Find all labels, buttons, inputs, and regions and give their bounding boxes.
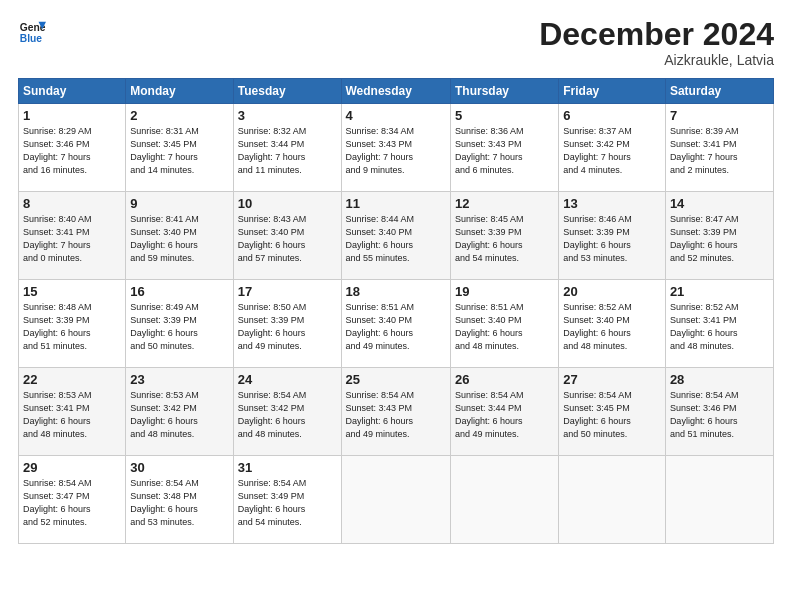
day-number: 27 (563, 372, 661, 387)
day-info: Sunrise: 8:54 AM Sunset: 3:46 PM Dayligh… (670, 389, 769, 441)
day-info: Sunrise: 8:50 AM Sunset: 3:39 PM Dayligh… (238, 301, 337, 353)
day-info: Sunrise: 8:32 AM Sunset: 3:44 PM Dayligh… (238, 125, 337, 177)
day-info: Sunrise: 8:54 AM Sunset: 3:49 PM Dayligh… (238, 477, 337, 529)
calendar-cell: 14Sunrise: 8:47 AM Sunset: 3:39 PM Dayli… (665, 192, 773, 280)
day-info: Sunrise: 8:52 AM Sunset: 3:41 PM Dayligh… (670, 301, 769, 353)
day-number: 25 (346, 372, 446, 387)
day-number: 1 (23, 108, 121, 123)
calendar-cell (450, 456, 558, 544)
day-number: 7 (670, 108, 769, 123)
calendar-cell: 2Sunrise: 8:31 AM Sunset: 3:45 PM Daylig… (126, 104, 233, 192)
col-header-saturday: Saturday (665, 79, 773, 104)
calendar-cell (341, 456, 450, 544)
day-number: 18 (346, 284, 446, 299)
col-header-friday: Friday (559, 79, 666, 104)
title-area: December 2024 Aizkraukle, Latvia (539, 18, 774, 68)
day-number: 26 (455, 372, 554, 387)
day-number: 22 (23, 372, 121, 387)
calendar-cell: 13Sunrise: 8:46 AM Sunset: 3:39 PM Dayli… (559, 192, 666, 280)
col-header-wednesday: Wednesday (341, 79, 450, 104)
day-info: Sunrise: 8:54 AM Sunset: 3:47 PM Dayligh… (23, 477, 121, 529)
day-info: Sunrise: 8:52 AM Sunset: 3:40 PM Dayligh… (563, 301, 661, 353)
calendar-cell: 4Sunrise: 8:34 AM Sunset: 3:43 PM Daylig… (341, 104, 450, 192)
calendar-cell: 28Sunrise: 8:54 AM Sunset: 3:46 PM Dayli… (665, 368, 773, 456)
calendar-cell: 15Sunrise: 8:48 AM Sunset: 3:39 PM Dayli… (19, 280, 126, 368)
calendar-cell: 20Sunrise: 8:52 AM Sunset: 3:40 PM Dayli… (559, 280, 666, 368)
day-info: Sunrise: 8:54 AM Sunset: 3:44 PM Dayligh… (455, 389, 554, 441)
month-title: December 2024 (539, 18, 774, 50)
day-number: 23 (130, 372, 228, 387)
day-number: 4 (346, 108, 446, 123)
calendar-cell: 10Sunrise: 8:43 AM Sunset: 3:40 PM Dayli… (233, 192, 341, 280)
day-info: Sunrise: 8:53 AM Sunset: 3:42 PM Dayligh… (130, 389, 228, 441)
day-info: Sunrise: 8:44 AM Sunset: 3:40 PM Dayligh… (346, 213, 446, 265)
day-number: 2 (130, 108, 228, 123)
day-info: Sunrise: 8:43 AM Sunset: 3:40 PM Dayligh… (238, 213, 337, 265)
day-number: 11 (346, 196, 446, 211)
day-number: 3 (238, 108, 337, 123)
day-number: 19 (455, 284, 554, 299)
logo-icon: General Blue (18, 18, 46, 46)
location-subtitle: Aizkraukle, Latvia (539, 52, 774, 68)
day-info: Sunrise: 8:48 AM Sunset: 3:39 PM Dayligh… (23, 301, 121, 353)
day-number: 31 (238, 460, 337, 475)
day-info: Sunrise: 8:47 AM Sunset: 3:39 PM Dayligh… (670, 213, 769, 265)
calendar-week-row: 8Sunrise: 8:40 AM Sunset: 3:41 PM Daylig… (19, 192, 774, 280)
calendar-cell: 7Sunrise: 8:39 AM Sunset: 3:41 PM Daylig… (665, 104, 773, 192)
day-info: Sunrise: 8:53 AM Sunset: 3:41 PM Dayligh… (23, 389, 121, 441)
day-number: 20 (563, 284, 661, 299)
calendar-week-row: 1Sunrise: 8:29 AM Sunset: 3:46 PM Daylig… (19, 104, 774, 192)
calendar-cell: 26Sunrise: 8:54 AM Sunset: 3:44 PM Dayli… (450, 368, 558, 456)
day-number: 17 (238, 284, 337, 299)
calendar-cell: 23Sunrise: 8:53 AM Sunset: 3:42 PM Dayli… (126, 368, 233, 456)
svg-text:Blue: Blue (20, 33, 43, 44)
col-header-tuesday: Tuesday (233, 79, 341, 104)
calendar-cell: 11Sunrise: 8:44 AM Sunset: 3:40 PM Dayli… (341, 192, 450, 280)
calendar-cell (559, 456, 666, 544)
day-info: Sunrise: 8:40 AM Sunset: 3:41 PM Dayligh… (23, 213, 121, 265)
calendar-cell: 31Sunrise: 8:54 AM Sunset: 3:49 PM Dayli… (233, 456, 341, 544)
day-info: Sunrise: 8:45 AM Sunset: 3:39 PM Dayligh… (455, 213, 554, 265)
calendar-header-row: SundayMondayTuesdayWednesdayThursdayFrid… (19, 79, 774, 104)
calendar-cell: 1Sunrise: 8:29 AM Sunset: 3:46 PM Daylig… (19, 104, 126, 192)
calendar-cell: 22Sunrise: 8:53 AM Sunset: 3:41 PM Dayli… (19, 368, 126, 456)
day-info: Sunrise: 8:34 AM Sunset: 3:43 PM Dayligh… (346, 125, 446, 177)
calendar-cell: 24Sunrise: 8:54 AM Sunset: 3:42 PM Dayli… (233, 368, 341, 456)
calendar-body: 1Sunrise: 8:29 AM Sunset: 3:46 PM Daylig… (19, 104, 774, 544)
day-info: Sunrise: 8:31 AM Sunset: 3:45 PM Dayligh… (130, 125, 228, 177)
day-number: 21 (670, 284, 769, 299)
calendar-cell: 29Sunrise: 8:54 AM Sunset: 3:47 PM Dayli… (19, 456, 126, 544)
col-header-sunday: Sunday (19, 79, 126, 104)
day-info: Sunrise: 8:36 AM Sunset: 3:43 PM Dayligh… (455, 125, 554, 177)
day-info: Sunrise: 8:54 AM Sunset: 3:48 PM Dayligh… (130, 477, 228, 529)
calendar-cell: 25Sunrise: 8:54 AM Sunset: 3:43 PM Dayli… (341, 368, 450, 456)
calendar-cell (665, 456, 773, 544)
day-number: 28 (670, 372, 769, 387)
calendar-cell: 19Sunrise: 8:51 AM Sunset: 3:40 PM Dayli… (450, 280, 558, 368)
calendar-cell: 17Sunrise: 8:50 AM Sunset: 3:39 PM Dayli… (233, 280, 341, 368)
calendar-cell: 3Sunrise: 8:32 AM Sunset: 3:44 PM Daylig… (233, 104, 341, 192)
day-info: Sunrise: 8:39 AM Sunset: 3:41 PM Dayligh… (670, 125, 769, 177)
page-header: General Blue December 2024 Aizkraukle, L… (18, 18, 774, 68)
calendar-week-row: 29Sunrise: 8:54 AM Sunset: 3:47 PM Dayli… (19, 456, 774, 544)
day-info: Sunrise: 8:49 AM Sunset: 3:39 PM Dayligh… (130, 301, 228, 353)
day-info: Sunrise: 8:46 AM Sunset: 3:39 PM Dayligh… (563, 213, 661, 265)
calendar-week-row: 15Sunrise: 8:48 AM Sunset: 3:39 PM Dayli… (19, 280, 774, 368)
day-info: Sunrise: 8:51 AM Sunset: 3:40 PM Dayligh… (455, 301, 554, 353)
calendar-week-row: 22Sunrise: 8:53 AM Sunset: 3:41 PM Dayli… (19, 368, 774, 456)
day-number: 16 (130, 284, 228, 299)
day-number: 9 (130, 196, 228, 211)
calendar-cell: 9Sunrise: 8:41 AM Sunset: 3:40 PM Daylig… (126, 192, 233, 280)
day-info: Sunrise: 8:54 AM Sunset: 3:43 PM Dayligh… (346, 389, 446, 441)
day-number: 14 (670, 196, 769, 211)
calendar-cell: 6Sunrise: 8:37 AM Sunset: 3:42 PM Daylig… (559, 104, 666, 192)
day-info: Sunrise: 8:37 AM Sunset: 3:42 PM Dayligh… (563, 125, 661, 177)
calendar-cell: 8Sunrise: 8:40 AM Sunset: 3:41 PM Daylig… (19, 192, 126, 280)
day-number: 15 (23, 284, 121, 299)
day-number: 10 (238, 196, 337, 211)
day-number: 12 (455, 196, 554, 211)
col-header-monday: Monday (126, 79, 233, 104)
calendar-cell: 21Sunrise: 8:52 AM Sunset: 3:41 PM Dayli… (665, 280, 773, 368)
calendar-cell: 12Sunrise: 8:45 AM Sunset: 3:39 PM Dayli… (450, 192, 558, 280)
day-info: Sunrise: 8:41 AM Sunset: 3:40 PM Dayligh… (130, 213, 228, 265)
